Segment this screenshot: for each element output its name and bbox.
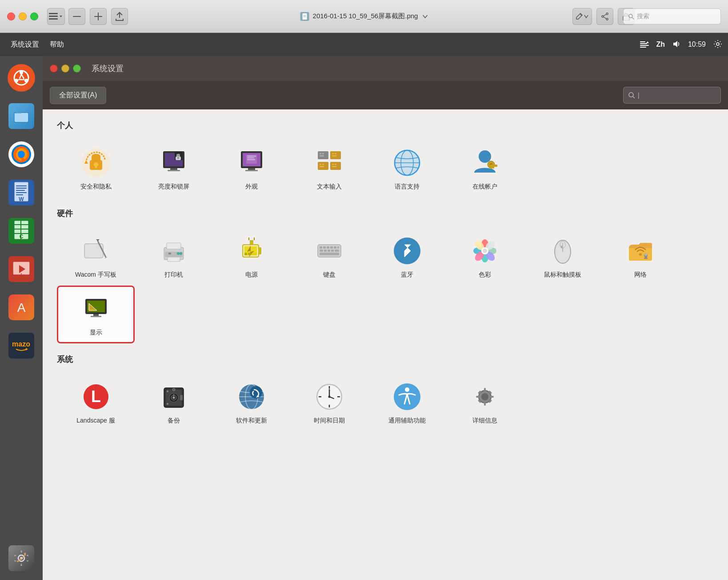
setting-details[interactable]: 详细信息 xyxy=(446,374,524,431)
setting-keyboard[interactable]: 键盘 xyxy=(290,228,368,286)
text-input-icon xyxy=(313,147,345,179)
svg-rect-166 xyxy=(180,395,183,400)
svg-rect-149 xyxy=(644,254,647,256)
svg-rect-104 xyxy=(168,257,180,262)
setting-wacom[interactable]: Wacom 手写板 xyxy=(57,228,135,286)
win-close-button[interactable] xyxy=(50,64,58,72)
minimize-button[interactable] xyxy=(19,12,27,20)
pen-tool-button[interactable] xyxy=(572,8,592,25)
win-minimize-button[interactable] xyxy=(61,64,69,72)
zoom-in-button[interactable] xyxy=(90,8,107,25)
sidebar-item-settings-app[interactable] xyxy=(3,540,40,576)
system-menu-button[interactable] xyxy=(713,39,723,50)
svg-rect-77 xyxy=(320,155,324,157)
sidebar: W C I xyxy=(0,56,43,580)
sidebar-item-impress[interactable]: I xyxy=(3,251,40,287)
svg-rect-69 xyxy=(247,157,254,158)
svg-rect-80 xyxy=(332,155,336,157)
mac-titlebar: 2016-01-15 10_59_56屏幕截图.png 搜索 xyxy=(0,0,728,33)
amazon-icon: amazon xyxy=(8,333,34,358)
language-label: Zh xyxy=(656,40,665,48)
sidebar-item-amazon[interactable]: amazon xyxy=(3,327,40,364)
fullscreen-button[interactable] xyxy=(30,12,38,20)
svg-rect-82 xyxy=(322,164,324,165)
sort-icon-btn[interactable] xyxy=(640,40,649,49)
zoom-out-button[interactable] xyxy=(68,8,85,25)
setting-text-input[interactable]: 文本输入 xyxy=(290,140,368,197)
datetime-label: 时间和日期 xyxy=(314,416,345,424)
window-titlebar: 系统设置 xyxy=(43,56,728,81)
accessibility-icon xyxy=(391,381,423,413)
svg-point-13 xyxy=(629,14,632,18)
setting-display[interactable]: 显示 xyxy=(57,286,135,343)
settings-app-icon xyxy=(8,545,34,571)
mouse-label: 鼠标和触摸板 xyxy=(544,270,581,278)
svg-text:W: W xyxy=(19,196,24,202)
svg-point-23 xyxy=(24,79,28,82)
volume-button[interactable] xyxy=(672,40,681,50)
setting-brightness[interactable]: 亮度和锁屏 xyxy=(135,140,212,197)
search-box[interactable]: | xyxy=(623,87,721,104)
svg-rect-83 xyxy=(320,166,324,167)
setting-printer[interactable]: 打印机 xyxy=(135,228,212,286)
sidebar-item-files[interactable] xyxy=(3,98,40,134)
mac-search-bar[interactable]: 搜索 xyxy=(623,8,721,24)
setting-bluetooth[interactable]: 蓝牙 xyxy=(368,228,446,286)
sidebar-item-ubuntu[interactable] xyxy=(3,60,40,96)
section-hardware-title: 硬件 xyxy=(57,208,714,219)
setting-appearance[interactable]: 外观 xyxy=(212,140,290,197)
menu-bar: 系统设置 帮助 Zh 10:59 xyxy=(0,33,728,56)
view-button[interactable] xyxy=(47,8,65,25)
win-maximize-button[interactable] xyxy=(73,64,81,72)
svg-rect-7 xyxy=(304,15,306,16)
mac-traffic-lights xyxy=(7,12,38,20)
sidebar-item-writer[interactable]: W xyxy=(3,174,40,211)
setting-online[interactable]: 在线帐户 xyxy=(446,140,524,197)
setting-security[interactable]: 安全和隐私 xyxy=(57,140,135,197)
setting-power[interactable]: 电源 xyxy=(212,228,290,286)
system-grid: L Landscape 服 xyxy=(57,374,714,431)
setting-software-update[interactable]: 软件和更新 xyxy=(212,374,290,431)
svg-rect-119 xyxy=(320,246,322,249)
setting-accessibility[interactable]: 通用辅助功能 xyxy=(368,374,446,431)
share-button[interactable] xyxy=(111,8,128,25)
writer-icon: W xyxy=(8,180,34,205)
sidebar-item-calc[interactable]: C xyxy=(3,213,40,249)
accessibility-label: 通用辅助功能 xyxy=(388,416,426,424)
setting-landscape[interactable]: L Landscape 服 xyxy=(57,374,135,431)
sidebar-item-firefox[interactable] xyxy=(3,136,40,173)
setting-language[interactable]: 语言支持 xyxy=(368,140,446,197)
printer-icon xyxy=(158,235,190,267)
hardware-grid: Wacom 手写板 xyxy=(57,228,714,343)
svg-rect-120 xyxy=(323,246,326,249)
setting-backup[interactable]: 备份 xyxy=(135,374,212,431)
setting-network[interactable]: 网络 xyxy=(601,228,679,286)
svg-rect-126 xyxy=(324,250,327,252)
share2-button[interactable] xyxy=(596,8,613,25)
language-button[interactable]: Zh xyxy=(656,40,665,48)
close-button[interactable] xyxy=(7,12,15,20)
file-type-icon xyxy=(300,12,309,21)
setting-datetime[interactable]: 时间和日期 xyxy=(290,374,368,431)
gear-icon xyxy=(713,39,723,49)
menu-item-help[interactable]: 帮助 xyxy=(44,37,69,52)
ubuntu-icon xyxy=(8,64,35,92)
window-title-bar: 2016-01-15 10_59_56屏幕截图.png xyxy=(300,12,428,21)
setting-color[interactable]: 色彩 xyxy=(446,228,524,286)
backup-label: 备份 xyxy=(168,416,180,424)
svg-point-183 xyxy=(328,395,330,398)
svg-rect-122 xyxy=(330,246,333,249)
svg-rect-66 xyxy=(245,170,258,171)
win-traffic-lights xyxy=(50,64,81,72)
setting-mouse[interactable]: 鼠标和触摸板 xyxy=(524,228,601,286)
menu-item-system-settings[interactable]: 系统设置 xyxy=(5,37,44,52)
svg-text:amazon: amazon xyxy=(12,340,30,348)
menu-right: Zh 10:59 xyxy=(640,39,723,50)
back-button[interactable]: 全部设置(A) xyxy=(50,87,106,104)
svg-rect-0 xyxy=(49,13,58,14)
sidebar-item-appstore[interactable]: A xyxy=(3,289,40,326)
files-icon xyxy=(8,103,34,129)
window-title: 系统设置 xyxy=(92,63,124,74)
svg-rect-79 xyxy=(335,153,336,154)
svg-point-62 xyxy=(177,157,179,159)
